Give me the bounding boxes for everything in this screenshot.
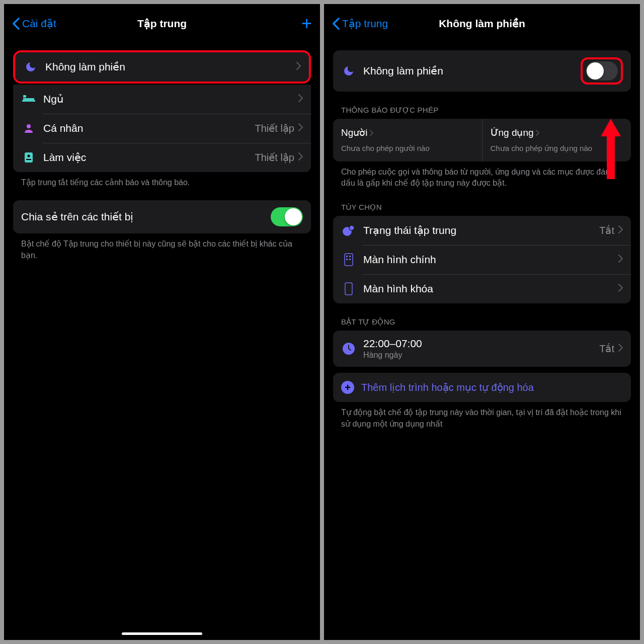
dnd-toggle[interactable]: [586, 61, 618, 80]
row-value: Tắt: [599, 343, 614, 355]
svg-rect-9: [345, 254, 353, 266]
row-value: Thiết lập: [255, 122, 294, 134]
svg-rect-14: [345, 283, 352, 295]
back-label: Cài đặt: [22, 18, 56, 30]
col-title: Người: [341, 127, 368, 138]
svg-point-3: [27, 124, 31, 128]
svg-rect-12: [346, 259, 348, 260]
lock-screen-icon: [341, 281, 356, 296]
bed-icon: [21, 92, 36, 107]
section-header-options: TÙY CHỌN: [333, 189, 631, 216]
section-header-auto: BẬT TỰ ĐỘNG: [333, 303, 631, 331]
row-add-schedule[interactable]: + Thêm lịch trình hoặc mục tự động hóa: [333, 373, 631, 402]
row-dnd-main[interactable]: Không làm phiền: [333, 50, 631, 92]
row-value: Tắt: [599, 224, 614, 236]
chevron-right-icon: [298, 94, 303, 104]
back-label: Tập trung: [342, 18, 388, 30]
allowed-grid: Người Chưa cho phép người nào Ứng dụng C…: [333, 119, 631, 162]
add-button[interactable]: +: [301, 13, 312, 34]
row-schedule[interactable]: 22:00–07:00 Hàng ngày Tắt: [333, 331, 631, 367]
content: Không làm phiền Ngủ Cá nhân Thiết lập: [4, 43, 320, 640]
clock-icon: [341, 341, 356, 356]
row-share-devices[interactable]: Chia sẻ trên các thiết bị: [13, 200, 311, 233]
chevron-right-icon: [618, 255, 623, 265]
schedule-time: 22:00–07:00: [363, 338, 599, 350]
back-button[interactable]: Tập trung: [332, 17, 388, 30]
chevron-right-icon: [298, 123, 303, 133]
row-label: Không làm phiền: [45, 61, 296, 73]
moon-icon: [341, 63, 356, 78]
footer-text: Tập trung tắt tiếng các cảnh báo và thôn…: [13, 172, 311, 188]
row-label: Không làm phiền: [363, 65, 581, 77]
plus-circle-icon: +: [341, 381, 354, 394]
screen-focus-list: Cài đặt Tập trung + Không làm phiền: [4, 4, 320, 640]
nav-bar: Cài đặt Tập trung +: [4, 4, 320, 43]
person-icon: [21, 121, 36, 136]
schedule-sub: Hàng ngày: [363, 351, 599, 360]
chevron-right-icon: [618, 344, 623, 354]
page-title: Tập trung: [137, 18, 187, 30]
row-lock-screen[interactable]: Màn hình khóa: [333, 274, 631, 303]
svg-rect-2: [22, 100, 35, 102]
allowed-apps[interactable]: Ứng dụng Chưa cho phép ứng dụng nào: [482, 119, 631, 162]
row-focus-status[interactable]: Trạng thái tập trung Tắt: [333, 216, 631, 245]
svg-point-5: [28, 155, 30, 157]
home-indicator[interactable]: [122, 632, 202, 635]
chevron-right-icon: [618, 225, 623, 235]
svg-rect-0: [23, 98, 34, 100]
section-header-allowed: THÔNG BÁO ĐƯỢC PHÉP: [333, 92, 631, 119]
screen-dnd-settings: Tập trung Không làm phiền Không làm phiề…: [324, 4, 640, 640]
row-label: Cá nhân: [43, 122, 255, 134]
svg-rect-10: [346, 256, 348, 257]
svg-point-8: [349, 225, 354, 230]
col-sub: Chưa cho phép người nào: [341, 143, 474, 153]
allowed-people[interactable]: Người Chưa cho phép người nào: [333, 119, 482, 162]
row-label: Chia sẻ trên các thiết bị: [21, 211, 271, 223]
page-title: Không làm phiền: [439, 18, 525, 30]
home-screen-icon: [341, 252, 356, 267]
row-sleep[interactable]: Ngủ: [13, 85, 311, 114]
back-button[interactable]: Cài đặt: [12, 17, 56, 30]
row-label: Ngủ: [43, 93, 298, 105]
svg-rect-4: [25, 152, 33, 163]
status-icon: [341, 223, 356, 238]
row-label: Màn hình khóa: [363, 283, 618, 295]
row-label: Làm việc: [43, 151, 255, 164]
chevron-right-icon: [536, 127, 539, 138]
svg-rect-13: [349, 259, 351, 260]
chevron-right-icon: [618, 284, 623, 294]
moon-icon: [23, 59, 38, 74]
row-do-not-disturb[interactable]: Không làm phiền: [15, 52, 309, 82]
svg-rect-6: [26, 159, 31, 160]
row-personal[interactable]: Cá nhân Thiết lập: [13, 114, 311, 143]
col-title: Ứng dụng: [491, 127, 534, 138]
row-label: Trạng thái tập trung: [363, 224, 599, 236]
footer-text: Bật chế độ Tập trung cho thiết bị này cũ…: [13, 233, 311, 261]
row-work[interactable]: Làm việc Thiết lập: [13, 143, 311, 172]
svg-rect-11: [349, 256, 351, 257]
footer-text: Cho phép cuộc gọi và thông báo từ người,…: [333, 162, 631, 189]
row-label: Màn hình chính: [363, 254, 618, 266]
row-home-screen[interactable]: Màn hình chính: [333, 245, 631, 274]
svg-rect-1: [23, 95, 26, 98]
content: Không làm phiền THÔNG BÁO ĐƯỢC PHÉP Ngườ…: [324, 43, 640, 640]
badge-icon: [21, 150, 36, 165]
chevron-right-icon: [298, 152, 303, 163]
nav-bar: Tập trung Không làm phiền: [324, 4, 640, 43]
footer-text: Tự động bật chế độ tập trung này vào thờ…: [333, 402, 631, 430]
col-sub: Chưa cho phép ứng dụng nào: [491, 143, 623, 153]
add-label: Thêm lịch trình hoặc mục tự động hóa: [361, 381, 534, 393]
row-value: Thiết lập: [255, 151, 294, 164]
chevron-right-icon: [370, 127, 373, 138]
chevron-right-icon: [296, 62, 301, 72]
share-toggle[interactable]: [271, 207, 303, 226]
